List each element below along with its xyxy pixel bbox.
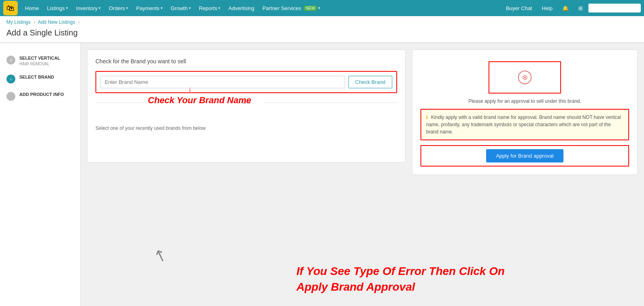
- warning-text: Kindly apply with a valid brand name for…: [426, 114, 621, 135]
- sidebar-step-2[interactable]: › SELECT BRAND: [0, 70, 80, 87]
- breadcrumb-add-new[interactable]: Add New Listings: [38, 19, 75, 25]
- new-badge: NEW: [304, 6, 317, 11]
- brand-name-input[interactable]: [100, 76, 345, 88]
- nav-partner-services[interactable]: Partner Services NEW ▾: [259, 0, 324, 16]
- nav-home[interactable]: Home: [21, 0, 43, 16]
- step3-circle: [6, 92, 15, 101]
- info-icon: ℹ: [426, 114, 428, 120]
- nav-buyer-chat[interactable]: Buyer Chat: [502, 0, 536, 16]
- inventory-caret-icon: ▾: [99, 6, 101, 10]
- nav-growth[interactable]: Growth ▾: [167, 0, 195, 16]
- orders-caret-icon: ▾: [126, 6, 128, 10]
- apply-btn-box: Apply for Brand approval: [420, 145, 629, 167]
- nav-advertising[interactable]: Advertising: [224, 0, 258, 16]
- nav-payments[interactable]: Payments ▾: [132, 0, 167, 16]
- step2-label: SELECT BRAND: [19, 74, 54, 80]
- growth-caret-icon: ▾: [189, 6, 191, 10]
- nav-listings[interactable]: Listings ▾: [43, 0, 72, 16]
- payments-caret-icon: ▾: [161, 6, 163, 10]
- check-brand-button[interactable]: Check Brand: [348, 76, 392, 88]
- nav-bell-icon[interactable]: 🔔: [558, 0, 573, 16]
- content-area: Check for the Brand you want to sell Che…: [81, 43, 644, 245]
- navbar: 🛍 Home Listings ▾ Inventory ▾ Orders ▾ P…: [0, 0, 644, 16]
- partner-caret-icon: ▾: [318, 6, 320, 10]
- nav-search-input[interactable]: [588, 4, 641, 12]
- recently-used-label: Select one of your recently used brands …: [95, 125, 397, 131]
- error-annotation-text: If You See Type Of Error Then Click On A…: [296, 263, 538, 295]
- brand-search-box: Check Brand: [95, 71, 397, 93]
- brand-error-icon: ⊗: [518, 71, 532, 84]
- apply-approval-text: Please apply for an approval to sell und…: [468, 98, 581, 104]
- sidebar-step-1[interactable]: SELECT VERTICAL HAIR REMOVAL: [0, 51, 80, 70]
- breadcrumb-sep1: ›: [33, 19, 35, 25]
- nav-orders[interactable]: Orders ▾: [105, 0, 132, 16]
- left-panel: Check for the Brand you want to sell Che…: [87, 50, 406, 162]
- warning-box: ℹ Kindly apply with a valid brand name f…: [420, 109, 629, 140]
- sidebar: SELECT VERTICAL HAIR REMOVAL › SELECT BR…: [0, 43, 81, 306]
- nav-right: Buyer Chat Help 🔔 ⊞: [502, 0, 641, 16]
- step3-label: ADD PRODUCT INFO: [19, 92, 64, 97]
- right-panel: ⊗ Please apply for an approval to sell u…: [412, 50, 638, 175]
- logo: 🛍: [3, 1, 18, 15]
- arrow-down-annotation: ↓: [188, 85, 192, 94]
- step2-circle: ›: [6, 75, 15, 83]
- panel-title: Check for the Brand you want to sell: [95, 58, 397, 65]
- step1-label: SELECT VERTICAL: [19, 55, 60, 61]
- nav-help[interactable]: Help: [538, 0, 557, 16]
- reports-caret-icon: ▾: [218, 6, 220, 10]
- arrow-annotation-icon: ↗: [151, 244, 170, 266]
- breadcrumb-my-listings[interactable]: My Listings: [6, 19, 31, 25]
- nav-reports[interactable]: Reports ▾: [195, 0, 225, 16]
- sidebar-step-3[interactable]: ADD PRODUCT INFO: [0, 87, 80, 105]
- listings-caret-icon: ▾: [66, 6, 68, 10]
- breadcrumb: My Listings › Add New Listings ›: [0, 16, 644, 27]
- main-layout: SELECT VERTICAL HAIR REMOVAL › SELECT BR…: [0, 43, 644, 306]
- nav-grid-icon[interactable]: ⊞: [574, 0, 587, 16]
- step1-circle: [6, 56, 15, 65]
- brand-icon-box: ⊗: [489, 61, 561, 94]
- apply-brand-approval-button[interactable]: Apply for Brand approval: [486, 149, 563, 162]
- brand-annotation-text: Check Your Brand Name: [148, 95, 251, 106]
- nav-inventory[interactable]: Inventory ▾: [72, 0, 105, 16]
- step1-sub: HAIR REMOVAL: [19, 62, 60, 66]
- page-title: Add a Single Listing: [0, 27, 644, 43]
- breadcrumb-sep2: ›: [78, 19, 80, 25]
- bottom-annotation: ↗ If You See Type Of Error Then Click On…: [81, 245, 644, 306]
